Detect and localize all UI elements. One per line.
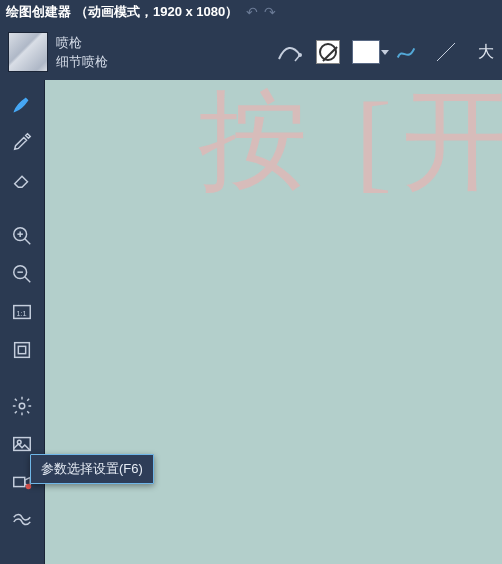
zoom-in-tool[interactable]: [3, 218, 41, 254]
svg-line-3: [25, 239, 31, 245]
brush-name: 喷枪: [56, 33, 108, 53]
brush-labels: 喷枪 细节喷枪: [56, 33, 108, 72]
svg-rect-11: [15, 343, 30, 358]
undo-icon[interactable]: ↶: [246, 4, 258, 20]
settings-tool[interactable]: [3, 388, 41, 424]
eraser-tool[interactable]: [3, 162, 41, 198]
fit-screen-tool[interactable]: [3, 332, 41, 368]
toolbar: 喷枪 细节喷枪 大: [0, 24, 502, 80]
zoom-out-tool[interactable]: [3, 256, 41, 292]
svg-line-7: [25, 277, 31, 283]
line-icon[interactable]: [432, 38, 460, 66]
no-fill-icon[interactable]: [316, 40, 340, 64]
actual-size-tool[interactable]: 1:1: [3, 294, 41, 330]
brush-preview[interactable]: [8, 32, 48, 72]
tooltip: 参数选择设置(F6): [30, 454, 154, 484]
eyedropper-tool[interactable]: [3, 124, 41, 160]
svg-rect-16: [14, 477, 25, 486]
redo-icon[interactable]: ↷: [264, 4, 276, 20]
titlebar: 绘图创建器 （动画模式，1920 x 1080） ↶ ↷: [0, 0, 502, 24]
app-subtitle: （动画模式，1920 x 1080）: [75, 3, 238, 21]
effects-tool[interactable]: [3, 502, 41, 538]
canvas-watermark: 按 [开: [198, 80, 502, 196]
brush-subname: 细节喷枪: [56, 52, 108, 72]
svg-rect-12: [18, 346, 25, 353]
color-swatch[interactable]: [352, 40, 380, 64]
stroke-style-icon[interactable]: [276, 38, 304, 66]
app-title: 绘图创建器: [6, 3, 71, 21]
svg-point-17: [26, 484, 31, 490]
sidebar: 1:1: [0, 80, 44, 564]
canvas[interactable]: 按 [开: [44, 80, 502, 564]
tooltip-label: 参数选择设置(F6): [41, 461, 143, 476]
svg-text:1:1: 1:1: [17, 309, 27, 318]
brush-tool[interactable]: [3, 86, 41, 122]
workspace: 1:1 按 [开: [0, 80, 502, 564]
svg-line-1: [437, 43, 455, 61]
size-label[interactable]: 大: [478, 42, 494, 63]
svg-point-13: [19, 403, 25, 409]
curve-icon[interactable]: [392, 38, 420, 66]
